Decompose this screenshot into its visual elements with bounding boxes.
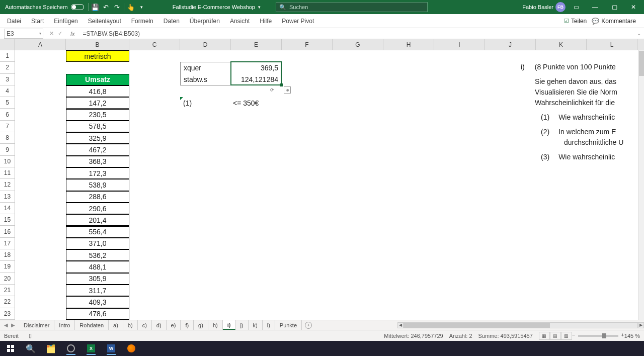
col-head-D[interactable]: D bbox=[180, 39, 231, 50]
spreadsheet-grid[interactable]: ABCDEFGHIJKL 123456789101112131415161718… bbox=[0, 39, 644, 320]
error-indicator-icon[interactable] bbox=[180, 97, 183, 100]
sheet-nav-next-icon[interactable]: ▶ bbox=[11, 322, 15, 328]
row-head-23[interactable]: 23 bbox=[0, 308, 15, 320]
row-head-7[interactable]: 7 bbox=[0, 121, 15, 132]
cell-B15[interactable]: 201,4 bbox=[66, 214, 129, 226]
col-head-B[interactable]: B bbox=[66, 39, 129, 50]
ribbon-tab-formeln[interactable]: Formeln bbox=[126, 14, 158, 28]
row-head-6[interactable]: 6 bbox=[0, 109, 15, 120]
fx-icon[interactable]: fx bbox=[70, 31, 75, 37]
cell-B11[interactable]: 172,3 bbox=[66, 167, 129, 179]
sheet-tab-c[interactable]: c) bbox=[138, 320, 152, 330]
cell-B3[interactable]: Umsatz bbox=[66, 74, 129, 85]
close-icon[interactable]: ✕ bbox=[625, 0, 642, 14]
row-head-16[interactable]: 16 bbox=[0, 226, 15, 237]
cell-B21[interactable]: 311,7 bbox=[66, 285, 129, 296]
ribbon-tab-datei[interactable]: Datei bbox=[2, 14, 26, 28]
cell-B10[interactable]: 368,3 bbox=[66, 156, 129, 167]
ribbon-tab-hilfe[interactable]: Hilfe bbox=[255, 14, 277, 28]
cell-B12[interactable]: 538,9 bbox=[66, 179, 129, 191]
minimize-icon[interactable]: — bbox=[587, 0, 604, 14]
row-head-3[interactable]: 3 bbox=[0, 74, 15, 85]
cell-B18[interactable]: 536,2 bbox=[66, 249, 129, 261]
row-head-5[interactable]: 5 bbox=[0, 97, 15, 109]
cell-E3[interactable]: 124,121284 bbox=[231, 74, 282, 85]
ribbon-tab-ansicht[interactable]: Ansicht bbox=[225, 14, 255, 28]
col-head-F[interactable]: F bbox=[282, 39, 333, 50]
sheet-tab-j[interactable]: j) bbox=[235, 320, 248, 330]
cell-E2[interactable]: 369,5 bbox=[231, 62, 282, 73]
ribbon-tab-start[interactable]: Start bbox=[26, 14, 49, 28]
save-icon[interactable]: 💾 bbox=[90, 4, 101, 11]
col-head-C[interactable]: C bbox=[129, 39, 180, 50]
ribbon-tab-daten[interactable]: Daten bbox=[158, 14, 185, 28]
col-head-E[interactable]: E bbox=[231, 39, 282, 50]
ribbon-tab-seitenlayout[interactable]: Seitenlayout bbox=[83, 14, 126, 28]
excel-icon[interactable]: X bbox=[83, 342, 100, 355]
obs-icon[interactable] bbox=[62, 342, 79, 355]
cell-D3[interactable]: stabw.s bbox=[180, 74, 231, 85]
avatar[interactable]: FB bbox=[555, 2, 566, 12]
col-head-L[interactable]: L bbox=[587, 39, 637, 50]
sheet-tab-Disclaimer[interactable]: Disclaimer bbox=[19, 320, 54, 330]
sheet-tab-l[interactable]: l) bbox=[263, 320, 275, 330]
comments-button[interactable]: 💬 Kommentare bbox=[592, 18, 636, 25]
zoom-level[interactable]: 145 % bbox=[624, 333, 640, 339]
search-icon[interactable]: 🔍 bbox=[22, 342, 39, 355]
cell-B4[interactable]: 416,8 bbox=[66, 85, 129, 97]
select-all-corner[interactable] bbox=[0, 39, 15, 50]
user-name[interactable]: Fabio Basler bbox=[522, 4, 553, 10]
row-head-18[interactable]: 18 bbox=[0, 249, 15, 261]
view-normal-icon[interactable]: ▦ bbox=[539, 332, 550, 340]
row-head-17[interactable]: 17 bbox=[0, 238, 15, 249]
quick-analysis-icon[interactable]: ⎈ bbox=[284, 86, 291, 94]
vertical-scrollbar[interactable] bbox=[638, 50, 644, 320]
ribbon-display-icon[interactable]: ▭ bbox=[568, 0, 585, 14]
sheet-tab-g[interactable]: g) bbox=[194, 320, 208, 330]
cell-B20[interactable]: 305,9 bbox=[66, 273, 129, 285]
sheet-tab-a[interactable]: a) bbox=[109, 320, 123, 330]
search-input[interactable]: 🔍 Suchen bbox=[276, 2, 428, 12]
sheet-tab-Intro[interactable]: Intro bbox=[54, 320, 75, 330]
view-page-break-icon[interactable]: ▧ bbox=[561, 332, 572, 340]
redo-icon[interactable]: ↷ bbox=[112, 4, 123, 11]
ribbon-tab-power pivot[interactable]: Power Pivot bbox=[277, 14, 319, 28]
row-head-8[interactable]: 8 bbox=[0, 132, 15, 144]
row-head-1[interactable]: 1 bbox=[0, 50, 15, 62]
taskbar-app-1[interactable]: 🗂️ bbox=[42, 342, 59, 355]
row-head-14[interactable]: 14 bbox=[0, 203, 15, 214]
col-head-J[interactable]: J bbox=[485, 39, 536, 50]
row-head-21[interactable]: 21 bbox=[0, 285, 15, 296]
ribbon-tab-einfügen[interactable]: Einfügen bbox=[49, 14, 83, 28]
qat-dropdown-icon[interactable]: ▾ bbox=[136, 5, 147, 10]
row-head-13[interactable]: 13 bbox=[0, 191, 15, 203]
view-page-layout-icon[interactable]: ▤ bbox=[550, 332, 561, 340]
sheet-tab-b[interactable]: b) bbox=[123, 320, 138, 330]
fill-handle[interactable] bbox=[280, 83, 283, 86]
cell-B14[interactable]: 290,6 bbox=[66, 203, 129, 214]
col-head-K[interactable]: K bbox=[536, 39, 587, 50]
row-head-22[interactable]: 22 bbox=[0, 296, 15, 308]
row-head-2[interactable]: 2 bbox=[0, 62, 15, 73]
formula-input[interactable]: =STABW.S(B4:B503) bbox=[80, 30, 634, 37]
firefox-icon[interactable] bbox=[123, 342, 140, 355]
cell-B22[interactable]: 409,3 bbox=[66, 296, 129, 308]
start-button[interactable] bbox=[2, 342, 19, 355]
ribbon-tab-überprüfen[interactable]: Überprüfen bbox=[185, 14, 225, 28]
accept-formula-icon[interactable]: ✓ bbox=[58, 30, 62, 37]
zoom-slider[interactable] bbox=[578, 335, 618, 337]
col-head-A[interactable]: A bbox=[15, 39, 66, 50]
col-head-G[interactable]: G bbox=[333, 39, 383, 50]
cell-B19[interactable]: 488,1 bbox=[66, 261, 129, 273]
touch-mode-icon[interactable]: 👆 bbox=[125, 4, 136, 11]
row-head-4[interactable]: 4 bbox=[0, 85, 15, 97]
cell-B1[interactable]: metrisch bbox=[66, 50, 129, 62]
autosave-toggle[interactable] bbox=[71, 4, 84, 10]
row-head-9[interactable]: 9 bbox=[0, 144, 15, 155]
cell-B6[interactable]: 230,5 bbox=[66, 109, 129, 121]
cell-D2[interactable]: xquer bbox=[180, 62, 231, 73]
row-head-20[interactable]: 20 bbox=[0, 273, 15, 285]
cell-B23[interactable]: 478,6 bbox=[66, 308, 129, 320]
cell-B17[interactable]: 371,0 bbox=[66, 238, 129, 249]
row-head-10[interactable]: 10 bbox=[0, 156, 15, 167]
